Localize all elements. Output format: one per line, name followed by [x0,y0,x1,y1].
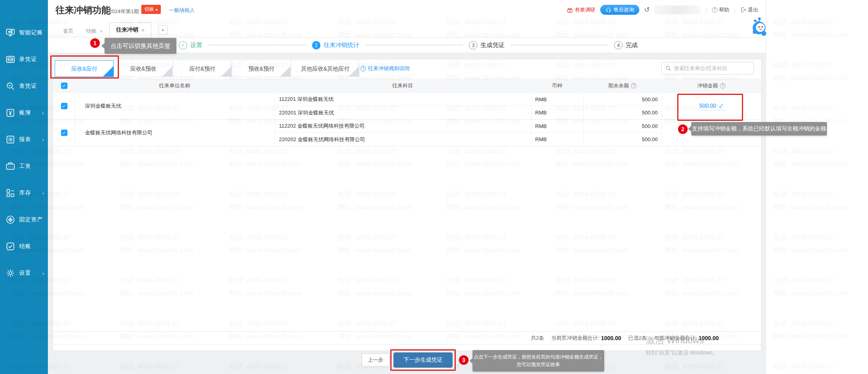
watermark-text: 电话: 4006-6500-27网址: www.tdxsoft.com [773,145,847,171]
sidebar-item-smart-accounting[interactable]: 智能记账 [0,25,48,41]
check-icon [227,77,231,77]
col-subject: 往来科目 [274,82,531,89]
watermark-text: 电话: 4006-6500-27网址: www.tdxsoft.com [773,188,847,214]
voucher-entry-icon [5,54,16,65]
tab-corner [162,66,172,77]
sidebar-item-settings[interactable]: 设置 [0,265,48,281]
annotation-badge-3: 3 [459,355,469,365]
window-tab-label: 往来冲销 [116,26,138,33]
tooltip-arrow [469,358,473,364]
survey-link[interactable]: 有奖调研 [567,6,595,14]
filter-tab-3[interactable]: 应付&预付 [173,60,232,77]
step-label: 生成凭证 [480,41,504,49]
window-tab-writeoff[interactable]: 往来冲销 [109,22,152,37]
select-all-checkbox[interactable] [61,83,67,89]
balance-cell: 500.00 [583,93,662,106]
row-checkbox[interactable] [61,130,67,136]
sidebar-item-fixed-assets[interactable]: 固定资产 [0,212,48,228]
filter-tab-1[interactable]: 应收&应付 [55,60,114,77]
search-input[interactable] [661,62,754,75]
filter-tab-label: 其他应收&其他应付 [301,65,349,72]
sidebar-item-inventory[interactable]: 库存 [0,185,48,201]
watermark-text: 电话: 4006-6500-27网址: www.tdxsoft.com [773,59,847,85]
chevron-right-icon [42,270,44,276]
writeoff-rules-link[interactable]: 往来冲销规则说明 [360,65,409,72]
chevron-right-icon [42,110,44,116]
step-circle [179,41,187,49]
voucher-search-icon [5,81,16,91]
step-connector [366,45,463,45]
sidebar-item-label: 工资 [19,163,31,170]
table-subrow: 220202 金蝶账无忧网络科技有限公司RMB500.00 [274,133,662,146]
undo-icon[interactable] [644,6,650,14]
prev-step-button[interactable]: 上一步 [362,353,390,367]
window-tab-closing[interactable]: 结账 [80,25,109,37]
sidebar-item-payroll[interactable]: 工资 [0,158,48,174]
help-link[interactable]: 帮助 [712,6,730,14]
sidebar-item-reports[interactable]: 报表 [0,132,48,148]
closing-icon [5,241,16,252]
table-header: 往来单位名称往来科目币种期末余额冲销金额 [53,79,761,93]
annotation-tooltip-2: 支持填写冲销金额，系统已经默认填写全额冲销的金额 [691,122,827,136]
table-row-group-2: 金蝶账无忧网络科技有限公司112202 金蝶账无忧网络科技有限公司RMB500.… [53,120,761,146]
question-circle-icon[interactable] [631,83,637,89]
sidebar-item-label: 账簿 [19,109,31,116]
smart-accounting-icon [5,28,16,38]
watermark-text: 电话: 4006-6500-27网址: www.tdxsoft.com [773,16,847,41]
row-select-cell [53,120,75,146]
balance-cell: 500.00 [583,133,662,146]
tooltip-arrow [688,126,691,132]
checked-sum-value: 1000.00 [698,335,719,341]
unit-name-cell: 深圳金蝶账无忧 [75,93,274,119]
close-icon[interactable] [100,28,103,34]
selected-count: 已选2条 [629,335,647,342]
question-circle-icon[interactable] [720,83,726,89]
app-window: 往来冲销功能 2024年第1期 切换 一般纳税人 有奖调研 售后咨询 | 帮助 … [48,0,766,374]
taxpayer-type-link[interactable]: 一般纳税人 [169,7,195,14]
step-connector [511,45,608,45]
payroll-icon [5,161,16,171]
assistant-mascot[interactable] [749,16,769,39]
switch-period-button[interactable]: 切换 [141,5,161,14]
window-tab-label: 首页 [63,28,73,35]
step-label: 往来冲销统计 [324,41,360,49]
logout-link[interactable]: 退出 [740,6,758,14]
unit-name-cell: 金蝶账无忧网络科技有限公司 [75,120,274,146]
sidebar-item-label: 固定资产 [19,216,43,223]
title-row: 往来冲销功能 2024年第1期 切换 一般纳税人 有奖调研 售后咨询 | 帮助 … [48,0,766,22]
writeoff-table: 往来单位名称往来科目币种期末余额冲销金额 深圳金蝶账无忧112201 深圳金蝶账… [53,79,761,146]
check-icon [286,77,290,77]
currency-cell: RMB [531,120,583,132]
writeoff-amount-input[interactable]: 500.00 [698,102,726,110]
sidebar-item-voucher-search[interactable]: 查凭证 [0,78,48,94]
window-tab-home[interactable]: 首页 [57,25,80,37]
sidebar-item-voucher-entry[interactable]: 录凭证 [0,51,48,67]
support-button[interactable]: 售后咨询 [600,5,639,15]
next-step-button[interactable]: 下一步生成凭证 [393,352,453,368]
sidebar-item-closing[interactable]: 结账 [0,238,48,254]
subject-cell: 220201 深圳金蝶账无忧 [274,106,531,119]
filter-tab-4[interactable]: 预收&预付 [232,60,291,77]
row-checkbox[interactable] [61,103,67,109]
step-circle: 2 [312,41,320,49]
chevron-right-icon [42,137,44,143]
step-circle: 3 [469,41,477,49]
header-right: 有奖调研 售后咨询 | 帮助 | 退出 [567,5,758,15]
filter-tab-5[interactable]: 其他应收&其他应付 [291,60,360,77]
tab-corner [221,66,231,77]
table-row-group-1: 深圳金蝶账无忧112201 深圳金蝶账无忧RMB500.00220201 深圳金… [53,93,761,120]
tab-list-caret-button[interactable] [158,25,168,35]
tab-corner [349,66,359,77]
close-icon[interactable] [142,27,145,33]
gift-icon [567,7,573,13]
filter-tab-2[interactable]: 应收&预收 [114,60,173,77]
tab-corner [103,66,113,77]
logout-icon [740,7,746,13]
watermark-text: 电话: 4006-6500-27网址: www.tdxsoft.com [773,274,847,300]
tooltip-arrow [101,43,105,49]
check-icon [168,77,172,77]
summary-bar: 共2条 当前页冲销金额合计: 1000.00 已选2条 勾选冲销金额合计: 10… [53,331,761,345]
filter-tab-label: 应收&预收 [130,65,156,72]
sidebar-item-ledger[interactable]: 账簿 [0,105,48,121]
filter-tab-label: 应收&应付 [71,65,97,72]
